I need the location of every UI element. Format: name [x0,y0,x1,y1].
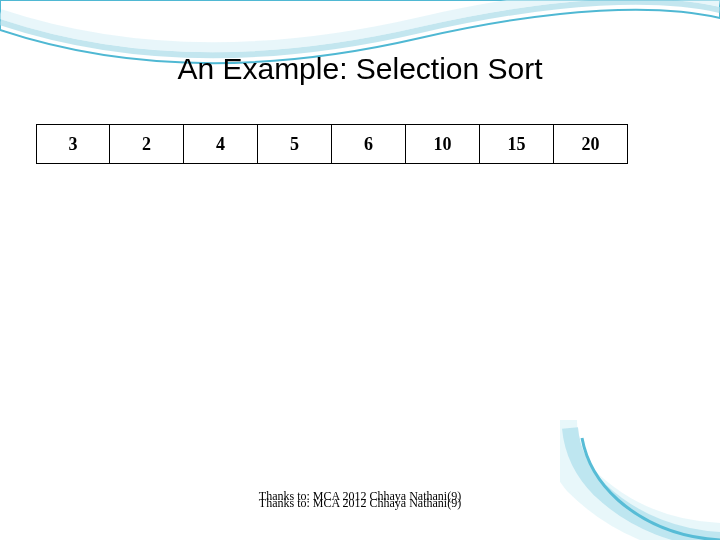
array-cell: 4 [184,124,258,164]
array-cell: 2 [110,124,184,164]
array-cell: 3 [36,124,110,164]
array-row: 3 2 4 5 6 10 15 20 [36,124,628,164]
array-cell: 20 [554,124,628,164]
array-cell: 15 [480,124,554,164]
corner-swoosh-decoration [560,420,720,540]
array-cell: 6 [332,124,406,164]
array-cell: 5 [258,124,332,164]
array-cell: 10 [406,124,480,164]
footer-credit: Thanks to: MCA 2012 Chhaya Nathani(9) Th… [0,490,720,514]
footer-line-2: Thanks to: MCA 2012 Chhaya Nathani(9) [0,497,720,509]
slide-title: An Example: Selection Sort [0,52,720,86]
